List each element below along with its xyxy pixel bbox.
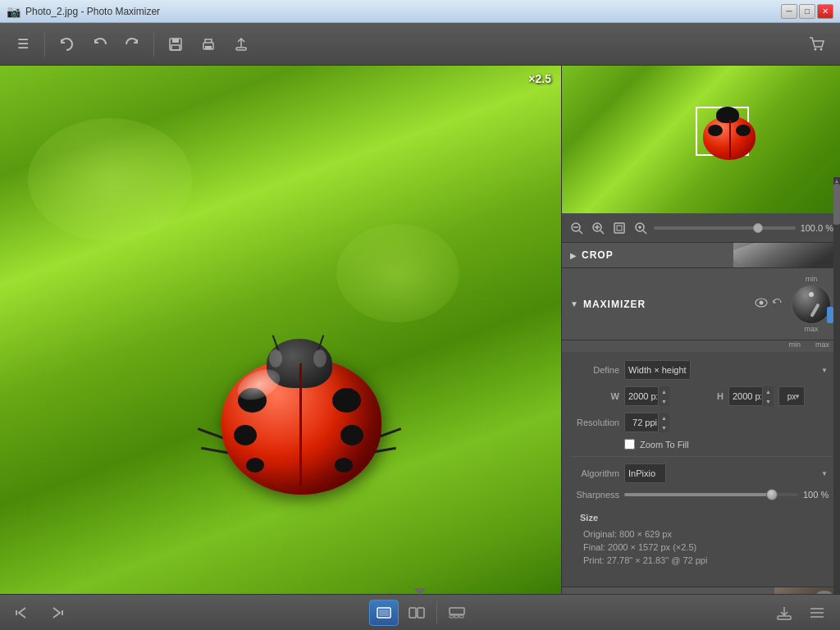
redo-button[interactable] bbox=[117, 30, 147, 59]
unit-select[interactable]: px cm in bbox=[778, 386, 805, 406]
window-title: Photo_2.jpg - Photo Maximizer bbox=[25, 6, 781, 17]
resolution-row: Resolution ▲ ▼ bbox=[570, 413, 832, 432]
next-image-button[interactable] bbox=[41, 600, 71, 626]
undo2-button[interactable] bbox=[84, 30, 114, 59]
knob-max-text: max bbox=[815, 340, 829, 349]
sharpness-thumb[interactable] bbox=[766, 489, 778, 500]
svg-line-12 bbox=[600, 231, 604, 234]
svg-rect-30 bbox=[418, 608, 424, 618]
height-up-button[interactable]: ▲ bbox=[762, 386, 774, 396]
zoom-label: ×2.5 bbox=[528, 72, 551, 85]
fit-window-icon[interactable] bbox=[611, 220, 628, 236]
maximizer-knob-area: min max bbox=[791, 275, 832, 333]
svg-rect-1 bbox=[172, 39, 179, 43]
maximizer-reset-icon[interactable] bbox=[771, 297, 783, 311]
zoom-to-fill-label[interactable]: Zoom To Fill bbox=[640, 440, 689, 450]
svg-rect-35 bbox=[778, 616, 791, 619]
width-down-button[interactable]: ▼ bbox=[658, 396, 669, 406]
export-button[interactable] bbox=[226, 30, 256, 59]
knob-min-label: min bbox=[806, 275, 818, 283]
width-up-button[interactable]: ▲ bbox=[658, 386, 669, 396]
height-down-button[interactable]: ▼ bbox=[762, 396, 774, 406]
bottom-separator bbox=[436, 602, 437, 623]
leaf-highlight-1 bbox=[28, 118, 192, 241]
sharpness-slider[interactable] bbox=[624, 493, 798, 496]
maximizer-header-icons bbox=[755, 297, 783, 311]
define-select-wrapper: Width × height Long side Short side Mega… bbox=[624, 360, 832, 380]
width-spinners: ▲ ▼ bbox=[658, 386, 669, 406]
height-input-wrap: ▲ ▼ bbox=[728, 386, 774, 406]
resolution-spinners: ▲ ▼ bbox=[658, 413, 669, 432]
define-select[interactable]: Width × height Long side Short side Mega… bbox=[624, 360, 691, 380]
close-button[interactable]: ✕ bbox=[817, 4, 833, 19]
zoom-slider[interactable] bbox=[654, 226, 796, 230]
maximizer-section-header[interactable]: ▼ MAXIMIZER bbox=[562, 268, 840, 340]
scroll-up-arrow[interactable] bbox=[413, 588, 427, 595]
panel-scroll[interactable]: ▶ CROP ▼ MAXIMIZER bbox=[562, 243, 840, 594]
panel-scrollbar[interactable]: ▲ ▼ bbox=[833, 177, 840, 630]
zoom-to-fill-checkbox[interactable] bbox=[624, 439, 635, 450]
canvas-area[interactable]: ×2.5 bbox=[0, 66, 561, 594]
photo-canvas: ×2.5 bbox=[0, 66, 561, 594]
knob-min-text: min bbox=[788, 340, 801, 349]
width-input-wrap: ▲ ▼ bbox=[624, 386, 669, 406]
maximizer-eye-icon[interactable] bbox=[755, 298, 768, 310]
view-filmstrip-button[interactable] bbox=[442, 600, 472, 626]
thumbnail-area[interactable] bbox=[562, 66, 840, 213]
crop-arrow-icon: ▶ bbox=[570, 251, 577, 260]
menu-options-button[interactable] bbox=[802, 600, 832, 626]
algorithm-select[interactable]: InPixio Lanczos Bicubic bbox=[624, 463, 666, 483]
view-compare-button[interactable] bbox=[402, 600, 431, 626]
scrollbar-thumb[interactable] bbox=[833, 184, 840, 225]
restore-button[interactable]: □ bbox=[799, 4, 815, 19]
maximizer-arrow-icon: ▼ bbox=[570, 299, 578, 308]
toolbar-separator-1 bbox=[44, 32, 45, 57]
hands-silhouette bbox=[733, 243, 840, 267]
zoom-controls: 100.0 % bbox=[562, 213, 840, 243]
svg-rect-31 bbox=[450, 608, 464, 614]
adjustments-section: ▶ ADJUSTMENTS bbox=[562, 587, 840, 594]
toolbar: ☰ bbox=[0, 23, 840, 66]
print-button[interactable] bbox=[194, 30, 223, 59]
zoom-in-icon[interactable] bbox=[590, 220, 606, 236]
define-row: Define Width × height Long side Short si… bbox=[570, 360, 832, 380]
svg-line-9 bbox=[579, 231, 582, 234]
algorithm-label: Algorithm bbox=[570, 468, 619, 478]
svg-rect-34 bbox=[459, 615, 463, 618]
w-label: W bbox=[570, 391, 619, 401]
zoom-out-icon[interactable] bbox=[568, 220, 585, 236]
panel-expand-handle[interactable] bbox=[827, 307, 833, 323]
menu-button[interactable]: ☰ bbox=[8, 30, 38, 59]
crop-section-header[interactable]: ▶ CROP bbox=[562, 243, 840, 268]
view-single-button[interactable] bbox=[369, 600, 399, 626]
svg-rect-25 bbox=[16, 610, 17, 615]
minimize-button[interactable]: ─ bbox=[781, 4, 797, 19]
svg-rect-2 bbox=[171, 45, 180, 50]
size-title: Size bbox=[580, 513, 822, 523]
zoom-actual-icon[interactable] bbox=[632, 220, 649, 236]
h-label: H bbox=[674, 391, 724, 401]
dimension-row: W ▲ ▼ H ▲ bbox=[570, 386, 832, 406]
crop-section: ▶ CROP bbox=[562, 243, 840, 268]
resolution-label: Resolution bbox=[570, 418, 619, 427]
export-save-button[interactable] bbox=[769, 600, 799, 626]
svg-rect-26 bbox=[62, 610, 63, 615]
resolution-down-button[interactable]: ▼ bbox=[658, 422, 669, 432]
maximizer-knob[interactable] bbox=[791, 284, 832, 325]
save-button[interactable] bbox=[161, 30, 190, 59]
scroll-up-button[interactable]: ▲ bbox=[833, 177, 840, 184]
maximizer-controls: Define Width × height Long side Short si… bbox=[562, 352, 840, 587]
divider-1 bbox=[570, 456, 832, 457]
zoom-slider-thumb[interactable] bbox=[753, 223, 763, 233]
sharpness-label: Sharpness bbox=[570, 490, 619, 500]
undo-button[interactable] bbox=[52, 30, 81, 59]
maximizer-section: ▼ MAXIMIZER bbox=[562, 268, 840, 587]
resolution-up-button[interactable]: ▲ bbox=[658, 413, 669, 422]
svg-point-6 bbox=[815, 48, 817, 50]
adjustments-section-header[interactable]: ▶ ADJUSTMENTS bbox=[562, 587, 840, 594]
final-size-line: Final: 2000 × 1572 px (×2.5) bbox=[580, 542, 822, 552]
svg-line-18 bbox=[643, 231, 646, 234]
sharpness-slider-area: 100 % bbox=[624, 490, 832, 500]
prev-image-button[interactable] bbox=[8, 600, 38, 626]
cart-button[interactable] bbox=[802, 30, 832, 59]
